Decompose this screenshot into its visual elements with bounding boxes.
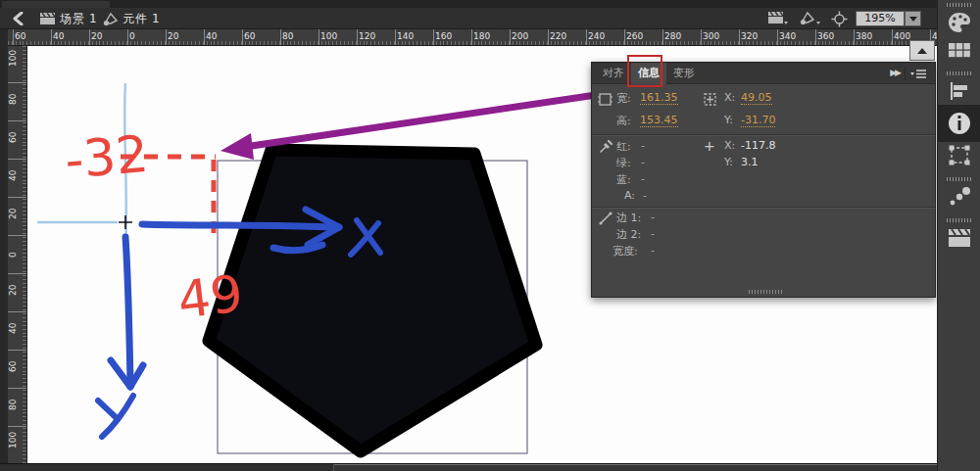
ruler-label: 20 [168,31,178,41]
panel-dock [937,0,980,471]
transform-icon [948,145,971,166]
symbol-breadcrumb[interactable]: 元件 1 [102,8,161,29]
ruler-label: 60 [9,123,21,149]
ruler-major-tick [8,197,26,198]
info-panel-tabbar: 对齐 信息 变形 ▶▶ [592,63,935,84]
document-tab[interactable] [2,1,110,8]
ruler-label: 200 [512,31,528,41]
ruler-major-tick [242,29,243,46]
color-palette-icon [948,12,971,33]
dock-drag-handle[interactable] [947,3,972,7]
ruler-label: 260 [626,31,643,41]
scene-breadcrumb[interactable]: 场景 1 [39,8,98,29]
ruler-major-tick [624,29,625,46]
tab-align[interactable]: 对齐 [596,63,631,84]
align-panel-button[interactable] [938,77,980,105]
color-panel-button[interactable] [938,9,980,36]
zoom-level-input[interactable]: 195% [856,11,905,26]
swatches-panel-button[interactable] [938,36,980,64]
panel-menu-button[interactable] [909,69,927,79]
ruler-label: 0 [9,238,21,263]
ruler-label: 0 [129,31,135,41]
ruler-label: 20 [9,200,21,225]
scrollbar-up-button[interactable] [909,40,935,61]
blue-label: 蓝: [616,172,631,187]
pointer-x-label: X: [724,139,735,152]
edit-symbol-button[interactable] [799,8,821,29]
pointer-x-value: -117.8 [741,139,775,152]
ruler-major-tick [127,29,128,46]
dock-drag-handle[interactable] [947,218,972,222]
center-frame-button[interactable] [831,8,848,29]
stroke-icon [599,212,612,225]
reg-x-value[interactable]: 49.05 [741,91,772,105]
ruler-label: 100 [9,47,21,72]
ruler-label: 100 [320,31,337,41]
window-left-edge [0,29,8,471]
edit-scene-button[interactable] [767,8,789,29]
registration-point-icon [703,92,717,107]
edge1-label: 边 1: [616,211,641,225]
dock-drag-handle[interactable] [947,177,972,181]
ruler-label: 160 [435,31,452,41]
edit-symbol-icon [799,11,821,26]
info-panel: 对齐 信息 变形 ▶▶ 宽: 161.35 高: 153.45 X: 49 [591,62,936,298]
width-value[interactable]: 161.35 [640,91,678,105]
pentagon-shape[interactable] [209,150,536,451]
ruler-label: 80 [9,391,21,416]
ruler-label: 140 [397,31,414,41]
size-icon [598,92,612,107]
ruler-label: 40 [53,31,64,41]
ruler-major-tick [8,273,26,274]
info-panel-button[interactable] [938,105,980,142]
tab-transform[interactable]: 变形 [666,63,702,84]
symbol-label: 元件 [122,11,148,27]
section-divider [592,207,935,209]
height-value[interactable]: 153.45 [640,114,678,127]
motion-presets-panel-button[interactable] [938,183,980,211]
collapse-to-icons-button[interactable]: ▶▶ [890,68,900,77]
vertical-ruler[interactable]: 10080604020020406080100120 [8,46,27,463]
ruler-major-tick [8,235,26,236]
ruler-label: 380 [856,31,872,41]
ruler-major-tick [8,159,26,160]
ruler-major-tick [318,29,319,46]
panel-menu-icon [909,69,927,79]
ruler-major-tick [357,29,358,46]
timeline-panel-top-edge[interactable] [334,464,937,471]
red-value: - [641,139,645,152]
symbol-icon [102,12,119,26]
swatches-grid-icon [948,40,971,60]
application-window: { "edit_bar": { "scene_label": "场景", "sc… [0,0,980,471]
reg-y-value[interactable]: -31.70 [741,114,775,127]
ruler-major-tick [739,29,740,46]
clapperboard-icon [948,228,971,248]
back-button[interactable] [12,8,27,29]
panel-resize-grip[interactable] [749,290,782,294]
ruler-major-tick [8,350,26,351]
ruler-label: 40 [9,162,21,187]
scenes-panel-button[interactable] [938,224,980,252]
y-axis-label-glyph [98,396,133,437]
scene-number: 1 [89,12,98,25]
ruler-major-tick [204,29,205,46]
edge2-value: - [651,227,655,240]
blue-value: - [641,172,645,185]
ruler-major-tick [8,311,26,312]
dock-drag-handle[interactable] [947,71,972,75]
ruler-major-tick [8,426,26,427]
info-icon [947,111,972,136]
green-value: - [641,156,645,168]
neg-offset-annotation: -32 [63,124,151,190]
edit-scene-icon [767,11,789,26]
scene-label: 场景 [60,11,85,27]
horizontal-ruler[interactable]: 6040200204060801001201401601802002202402… [0,29,937,46]
ruler-label: 100 [9,429,21,454]
ruler-major-tick [395,29,396,46]
height-label: 高: [616,114,631,128]
tab-info[interactable]: 信息 [631,63,666,84]
ruler-major-tick [433,29,434,46]
zoom-dropdown-button[interactable] [905,11,921,26]
transform-panel-button[interactable] [938,142,980,169]
ruler-major-tick [51,29,52,46]
